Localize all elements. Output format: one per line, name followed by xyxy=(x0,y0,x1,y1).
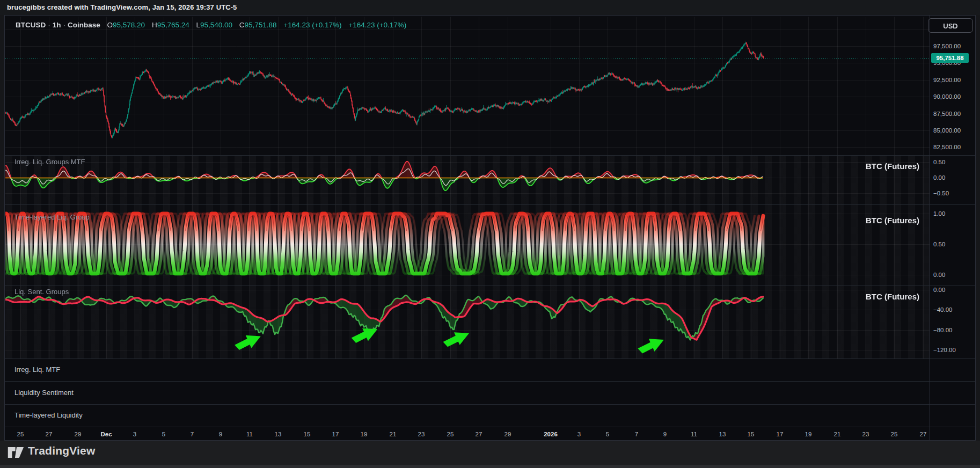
time-axis-label: 11 xyxy=(246,430,253,438)
time-axis-label: 25 xyxy=(447,430,454,438)
time-axis-label: 11 xyxy=(691,430,697,438)
time-axis-label: 19 xyxy=(361,430,368,438)
pane-title-liquidity-sentiment[interactable]: Liquidity Sentiment xyxy=(14,389,74,397)
time-axis-label: 7 xyxy=(191,430,194,438)
time-axis-label: 29 xyxy=(504,430,511,438)
pane-separator[interactable] xyxy=(5,404,975,405)
time-axis-label: 13 xyxy=(719,430,726,438)
time-axis-label: 2026 xyxy=(544,430,558,438)
legend-low-value: 95,540.00 xyxy=(200,21,232,29)
time-axis-label: 29 xyxy=(75,430,82,438)
time-axis-separator xyxy=(5,427,975,427)
current-price-label[interactable]: 95,751.88 xyxy=(931,53,969,63)
time-axis-label: 13 xyxy=(275,430,282,438)
liq-sent-groups-canvas[interactable] xyxy=(5,286,930,359)
indicator-axis-label: −120.00 xyxy=(933,346,956,354)
time-axis-label: 25 xyxy=(891,430,898,438)
legend-open-label: O xyxy=(107,21,113,29)
attribution-text: brucegibbs created with TradingView.com,… xyxy=(7,3,237,11)
indicator-axis-label: 0.00 xyxy=(933,286,945,294)
time-axis-label: 15 xyxy=(304,430,311,438)
legend-change-extended: +164.23 (+0.17%) xyxy=(348,21,406,29)
pane-title-liq-sent-groups[interactable]: Liq. Sent. Groups xyxy=(14,288,69,296)
indicator-axis-label: −0.50 xyxy=(933,189,949,198)
legend-exchange[interactable]: Coinbase xyxy=(68,21,100,29)
pane1-source-label: BTC (Futures) xyxy=(866,162,919,171)
legend-high-value: 95,765.24 xyxy=(157,21,189,29)
time-axis-label: 27 xyxy=(46,430,53,438)
time-axis-label: Dec xyxy=(100,430,112,438)
attribution-bar: brucegibbs created with TradingView.com,… xyxy=(0,0,980,15)
time-axis-label: 5 xyxy=(162,430,165,438)
main-price-chart-canvas[interactable] xyxy=(5,17,930,155)
time-axis-label: 9 xyxy=(219,430,222,438)
time-axis-label: 9 xyxy=(663,430,667,438)
footer-bar: TradingView xyxy=(0,441,980,465)
time-layered-liq-group-canvas[interactable] xyxy=(5,205,930,286)
pane-irreg-liq-groups-mtf[interactable] xyxy=(5,156,930,204)
time-axis-label: 3 xyxy=(133,430,136,438)
tradingview-wordmark[interactable]: TradingView xyxy=(28,444,96,457)
pane-title-time-layered-liquidity[interactable]: Time-layered Liquidity xyxy=(14,411,83,419)
time-axis-label: 7 xyxy=(635,430,638,438)
time-axis-label: 27 xyxy=(476,430,482,438)
indicator-axis-label: 0.00 xyxy=(933,174,945,182)
pane-title-irreg-liq-mtf[interactable]: Irreg. Liq. MTF xyxy=(14,365,60,374)
price-axis-label: 92,500.00 xyxy=(933,76,961,84)
legend-open-value: 95,578.20 xyxy=(113,21,145,29)
legend-close-label: C xyxy=(239,21,245,29)
price-axis-label: 85,000.00 xyxy=(933,127,961,135)
irreg-liq-groups-mtf-canvas[interactable] xyxy=(5,156,930,204)
time-axis-label: 21 xyxy=(834,430,841,438)
time-axis-label: 19 xyxy=(805,430,812,438)
pane3-source-label: BTC (Futures) xyxy=(866,292,919,301)
time-axis-label: 27 xyxy=(920,430,927,438)
legend-interval[interactable]: 1h xyxy=(53,21,61,29)
legend-symbol[interactable]: BTCUSD xyxy=(16,21,46,29)
currency-toggle-button[interactable]: USD xyxy=(928,18,973,33)
time-axis-label: 5 xyxy=(606,430,609,438)
legend-change: +164.23 (+0.17%) xyxy=(283,21,341,29)
indicator-axis-label: 1.00 xyxy=(933,210,945,218)
tradingview-logo-icon[interactable] xyxy=(8,445,26,460)
price-axis-label: 90,000.00 xyxy=(933,93,961,101)
time-axis-label: 17 xyxy=(777,430,784,438)
chart-area[interactable]: BTCUSD·1h·Coinbase O95,578.20 H95,765.24… xyxy=(4,15,976,441)
indicator-axis-label: 0.00 xyxy=(933,271,945,279)
indicator-axis-label: −40.00 xyxy=(933,306,953,314)
pane-separator[interactable] xyxy=(5,359,975,359)
symbol-legend[interactable]: BTCUSD·1h·Coinbase O95,578.20 H95,765.24… xyxy=(16,20,406,30)
time-axis-label: 23 xyxy=(418,430,425,438)
time-axis-label: 21 xyxy=(390,430,397,438)
time-axis-label: 25 xyxy=(17,430,24,438)
price-axis-label: 87,500.00 xyxy=(933,110,961,118)
legend-low-label: L xyxy=(196,21,200,29)
pane2-source-label: BTC (Futures) xyxy=(866,216,919,225)
legend-high-label: H xyxy=(152,21,157,29)
time-axis-label: 23 xyxy=(862,430,869,438)
price-axis-label: 97,500.00 xyxy=(933,42,961,50)
time-axis-label: 15 xyxy=(748,430,755,438)
indicator-axis-label: −80.00 xyxy=(933,326,953,334)
indicator-axis-label: 0.50 xyxy=(933,240,945,248)
legend-close-value: 95,751.88 xyxy=(245,21,277,29)
indicator-axis-label: 0.50 xyxy=(933,158,945,166)
pane-time-layered-liq-group[interactable] xyxy=(5,205,930,286)
pane-separator[interactable] xyxy=(5,381,975,382)
price-axis-border xyxy=(930,16,930,440)
pane-title-time-layered-liq-group[interactable]: Time-layered Liq. Group xyxy=(14,213,90,221)
price-axis-label: 82,500.00 xyxy=(933,143,961,151)
time-axis-label: 3 xyxy=(577,430,581,438)
bottom-strip xyxy=(0,465,980,468)
time-axis-label: 17 xyxy=(332,430,339,438)
pane-title-irreg-liq-groups-mtf[interactable]: Irreg. Liq. Groups MTF xyxy=(14,158,85,166)
pane-liq-sent-groups[interactable] xyxy=(5,286,930,359)
